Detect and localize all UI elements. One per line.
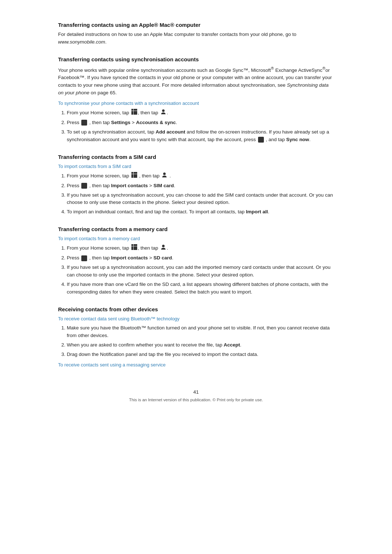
section-para-apple-mac: For detailed instructions on how to use … xyxy=(58,31,334,46)
menu-btn-icon-sim xyxy=(81,183,87,189)
svg-rect-25 xyxy=(134,176,135,178)
section-para-sync: Your phone works with popular online syn… xyxy=(58,65,334,97)
grid-icon-mem xyxy=(131,244,137,253)
steps-bluetooth: Make sure you have the Bluetooth™ functi… xyxy=(67,324,334,358)
svg-rect-23 xyxy=(135,174,137,176)
svg-rect-14 xyxy=(131,113,133,115)
section-sim-card: Transferring contacts from a SIM card To… xyxy=(58,154,334,216)
page-number: 41 xyxy=(58,389,334,395)
menu-btn-icon-mem xyxy=(81,255,87,261)
step-mem-1: From your Home screen, tap , then tap . xyxy=(67,244,334,253)
step-bt-1: Make sure you have the Bluetooth™ functi… xyxy=(67,324,334,340)
menu-btn-icon-2 xyxy=(81,120,87,126)
svg-rect-12 xyxy=(134,111,135,113)
step-sync-1: From your Home screen, tap , then tap . xyxy=(67,109,334,117)
person-icon-mem xyxy=(160,244,166,253)
page-footer: 41 This is an Internet version of this p… xyxy=(58,389,334,402)
svg-rect-20 xyxy=(135,172,137,174)
step-sync-2: Press , then tap Settings > Accounts & s… xyxy=(67,119,334,127)
svg-rect-26 xyxy=(135,176,137,178)
svg-rect-13 xyxy=(135,111,137,113)
menu-btn-icon-3 xyxy=(258,137,264,143)
step-mem-4: If you have more than one vCard file on … xyxy=(67,281,334,296)
section-apple-mac: Transferring contacts using an Apple® Ma… xyxy=(58,22,334,46)
svg-rect-31 xyxy=(131,246,133,248)
section-other-devices: Receiving contacts from other devices To… xyxy=(58,306,334,368)
step-bt-2: When you are asked to confirm whether yo… xyxy=(67,341,334,349)
subheading-messaging: To receive contacts sent using a messagi… xyxy=(58,362,334,368)
step-sim-1: From your Home screen, tap , then tap . xyxy=(67,172,334,180)
step-mem-2: Press , then tap Import contacts > SD ca… xyxy=(67,254,334,262)
svg-rect-32 xyxy=(134,246,135,248)
svg-rect-15 xyxy=(134,113,135,115)
subheading-sync: To synchronise your phone contacts with … xyxy=(58,100,334,106)
steps-memory: From your Home screen, tap , then tap . … xyxy=(67,244,334,296)
svg-rect-22 xyxy=(134,174,135,176)
svg-rect-11 xyxy=(131,111,133,113)
svg-rect-29 xyxy=(134,244,135,246)
svg-rect-9 xyxy=(134,109,135,111)
section-title-memory: Transferring contacts from a memory card xyxy=(58,226,334,232)
svg-rect-33 xyxy=(135,246,137,248)
section-sync-accounts: Transferring contacts using synchronisat… xyxy=(58,56,334,144)
steps-sync: From your Home screen, tap , then tap . … xyxy=(67,109,334,144)
section-title-sync: Transferring contacts using synchronisat… xyxy=(58,56,334,62)
svg-rect-28 xyxy=(131,244,133,246)
subheading-sim: To import contacts from a SIM card xyxy=(58,164,334,169)
section-title-other: Receiving contacts from other devices xyxy=(58,306,334,312)
section-title-sim: Transferring contacts from a SIM card xyxy=(58,154,334,160)
step-sim-4: To import an individual contact, find an… xyxy=(67,208,334,216)
subheading-bluetooth: To receive contact data sent using Bluet… xyxy=(58,316,334,321)
step-sync-3: To set up a synchronisation account, tap… xyxy=(67,128,334,144)
svg-rect-8 xyxy=(131,109,133,111)
grid-icon xyxy=(131,109,137,117)
svg-rect-19 xyxy=(134,172,135,174)
svg-point-17 xyxy=(162,110,164,112)
step-sim-2: Press , then tap Import contacts > SIM c… xyxy=(67,182,334,190)
svg-rect-10 xyxy=(135,109,137,111)
svg-rect-34 xyxy=(131,248,133,250)
svg-rect-36 xyxy=(135,248,137,250)
section-memory-card: Transferring contacts from a memory card… xyxy=(58,226,334,296)
svg-rect-16 xyxy=(135,113,137,115)
person-icon xyxy=(160,109,166,117)
svg-rect-24 xyxy=(131,176,133,178)
steps-sim: From your Home screen, tap , then tap . … xyxy=(67,172,334,216)
step-bt-3: Drag down the Notification panel and tap… xyxy=(67,351,334,358)
svg-rect-35 xyxy=(134,248,135,250)
svg-rect-18 xyxy=(131,172,133,174)
subheading-memory: To import contacts from a memory card xyxy=(58,236,334,241)
svg-rect-21 xyxy=(131,174,133,176)
page-content: Transferring contacts using an Apple® Ma… xyxy=(58,22,334,402)
svg-point-37 xyxy=(162,245,164,247)
footer-note: This is an Internet version of this publ… xyxy=(58,398,334,402)
person-icon-sim xyxy=(162,172,167,180)
step-sim-3: If you have set up a synchronisation acc… xyxy=(67,192,334,207)
svg-rect-30 xyxy=(135,244,137,246)
step-mem-3: If you have set up a synchronisation acc… xyxy=(67,264,334,279)
svg-point-27 xyxy=(163,172,166,175)
section-title-apple-mac: Transferring contacts using an Apple® Ma… xyxy=(58,22,334,28)
grid-icon-sim xyxy=(131,172,137,180)
